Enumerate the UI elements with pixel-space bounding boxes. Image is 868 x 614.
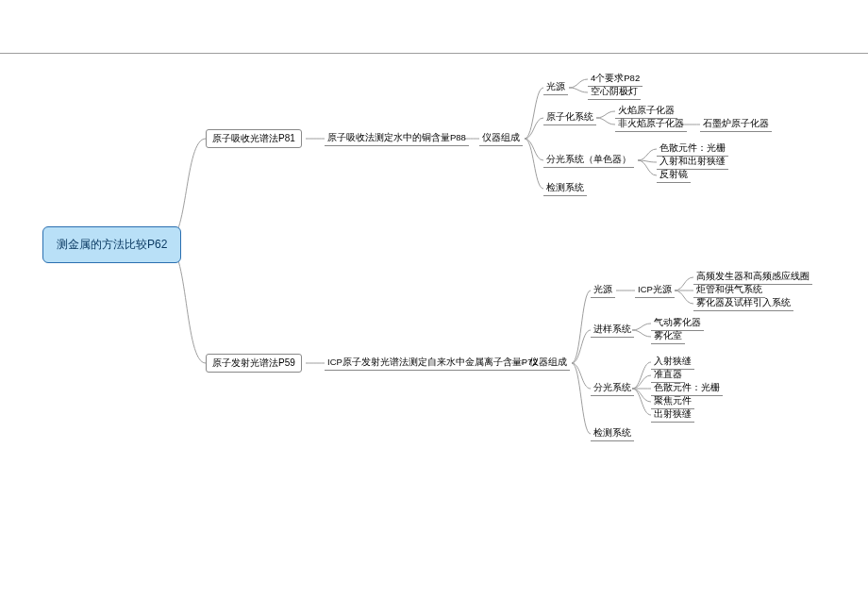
branch2-title[interactable]: 原子发射光谱法P59 bbox=[206, 354, 302, 373]
divider bbox=[0, 53, 868, 54]
b2-c2-label[interactable]: 进样系统 bbox=[591, 324, 634, 338]
b1-c2-l2[interactable]: 非火焰原子化器 bbox=[615, 118, 687, 132]
b1-c3-label[interactable]: 分光系统（单色器） bbox=[543, 154, 634, 168]
b2-c1-l2[interactable]: 炬管和供气系统 bbox=[693, 284, 765, 298]
b1-c2-l1[interactable]: 火焰原子化器 bbox=[615, 105, 677, 119]
b1-c2-label[interactable]: 原子化系统 bbox=[543, 111, 596, 125]
b2-c3-l5[interactable]: 出射狭缝 bbox=[651, 408, 694, 423]
b2-c1-l1[interactable]: 高频发生器和高频感应线圈 bbox=[693, 271, 812, 285]
b1-c1-l2[interactable]: 空心阴极灯 bbox=[588, 86, 641, 100]
b1-inst[interactable]: 仪器组成 bbox=[479, 132, 523, 146]
b1-c3-l2[interactable]: 入射和出射狭缝 bbox=[657, 156, 728, 170]
b2-c3-l4[interactable]: 聚焦元件 bbox=[651, 395, 694, 409]
b2-c3-l3[interactable]: 色散元件：光栅 bbox=[651, 382, 723, 396]
b2-c3-l1[interactable]: 入射狭缝 bbox=[651, 356, 694, 370]
b2-sub[interactable]: ICP原子发射光谱法测定自来水中金属离子含量P72 bbox=[325, 357, 541, 371]
b1-sub[interactable]: 原子吸收法测定水中的铜含量P88 bbox=[325, 132, 469, 146]
b2-inst[interactable]: 仪器组成 bbox=[526, 357, 570, 371]
b2-c1-mid[interactable]: ICP光源 bbox=[635, 284, 675, 298]
b2-c3-label[interactable]: 分光系统 bbox=[591, 382, 634, 396]
b1-c1-l1[interactable]: 4个要求P82 bbox=[588, 73, 643, 87]
branch1-title[interactable]: 原子吸收光谱法P81 bbox=[206, 129, 302, 148]
b2-c4-label[interactable]: 检测系统 bbox=[591, 427, 634, 441]
b2-c3-l2[interactable]: 准直器 bbox=[651, 369, 685, 383]
b1-c1-label[interactable]: 光源 bbox=[543, 81, 568, 95]
b1-c3-l1[interactable]: 色散元件：光栅 bbox=[657, 142, 728, 157]
b2-c2-l1[interactable]: 气动雾化器 bbox=[651, 317, 704, 331]
b1-c3-l3[interactable]: 反射镜 bbox=[657, 169, 691, 183]
root-node[interactable]: 测金属的方法比较P62 bbox=[42, 226, 181, 263]
b2-c1-label[interactable]: 光源 bbox=[591, 284, 615, 298]
b1-c2-l2b[interactable]: 石墨炉原子化器 bbox=[700, 118, 772, 132]
b1-c4-label[interactable]: 检测系统 bbox=[543, 182, 587, 196]
b2-c2-l2[interactable]: 雾化室 bbox=[651, 330, 685, 344]
b2-c1-l3[interactable]: 雾化器及试样引入系统 bbox=[693, 297, 793, 311]
